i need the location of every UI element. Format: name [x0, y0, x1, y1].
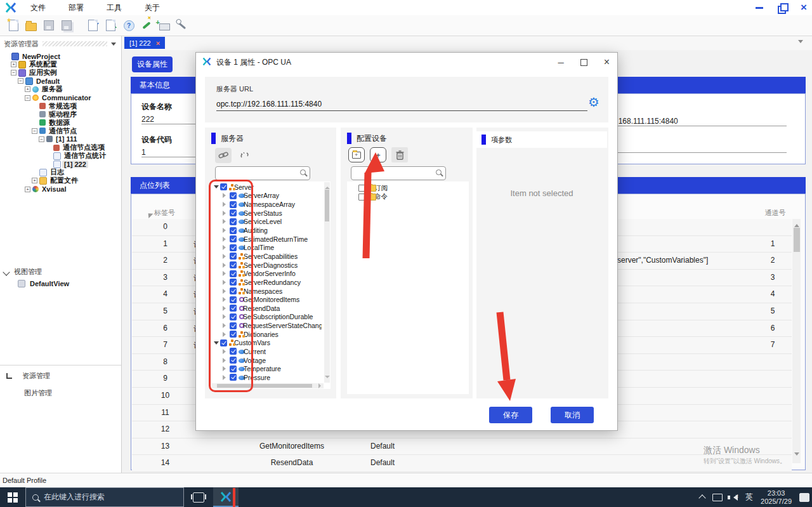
sidebar-tree-item[interactable]: 驱动程序 — [1, 110, 120, 119]
blue-chip — [211, 133, 216, 144]
sidebar-tree-item[interactable]: 日志 — [1, 168, 120, 176]
sidebar-tree-item[interactable]: 通信节点选项 — [1, 143, 120, 152]
expand-icon[interactable]: + — [32, 178, 37, 183]
sidebar-tree-item[interactable]: +Xvisual — [1, 185, 120, 194]
tree-item-label: [1] 111 — [54, 135, 79, 143]
sidebar-tree-item[interactable]: −Default — [1, 77, 120, 85]
dialog-maximize-button[interactable] — [580, 59, 587, 66]
sidebar-item-image-management[interactable]: 图片管理 — [24, 386, 52, 398]
server-url-input[interactable]: opc.tcp://192.168.111.115:4840 — [216, 100, 587, 111]
dialog-titlebar[interactable]: 设备 1 属性 - OPC UA ─ × — [196, 53, 617, 72]
resource-explorer-header[interactable]: 资源管理器 — [0, 37, 121, 50]
window-minimize-button[interactable] — [755, 3, 764, 12]
expand-icon[interactable]: + — [11, 62, 16, 67]
collapse-icon[interactable]: − — [39, 136, 44, 142]
menu-file[interactable]: 文件 — [19, 3, 57, 13]
sidebar-tree-item[interactable]: −通信节点 — [1, 127, 120, 135]
add-item-button[interactable]: + — [370, 147, 386, 162]
help-icon[interactable]: ? — [122, 18, 136, 32]
save-all-icon[interactable] — [60, 18, 74, 32]
sidebar-tree-item[interactable]: −应用实例 — [1, 69, 120, 77]
tab-device-222[interactable]: [1] 222 × — [124, 37, 165, 49]
network-icon[interactable] — [712, 494, 723, 501]
sidebar-tree-item[interactable]: −Communicator — [1, 93, 120, 102]
cancel-button[interactable]: 取消 — [551, 407, 594, 423]
device-properties-button[interactable]: 设备属性 — [132, 56, 173, 72]
collapse-icon[interactable]: − — [25, 95, 30, 101]
sidebar-item-defaultview[interactable]: DefaultView — [18, 280, 69, 287]
configured-item-label: 命令 — [377, 193, 388, 202]
sidebar-tree-item[interactable]: 常规选项 — [1, 102, 120, 110]
speaker-muted-icon[interactable] — [730, 494, 738, 501]
sidebar-tree-item[interactable]: NewProject — [1, 52, 120, 60]
tree-item-label: 通信节点 — [47, 126, 79, 136]
opc-node-label: ServerRedundancy — [247, 279, 301, 286]
cell-tag: 12 — [132, 425, 199, 433]
menu-deploy[interactable]: 部署 — [57, 3, 95, 13]
collapse-icon[interactable]: − — [11, 70, 16, 76]
view-management-label: 视图管理 — [14, 267, 42, 277]
new-file-icon[interactable] — [6, 18, 20, 32]
gear-icon[interactable]: ⚙ — [588, 96, 599, 109]
save-button[interactable]: 保存 — [489, 407, 532, 423]
configured-item[interactable]: 订阅 — [358, 184, 388, 193]
ime-indicator[interactable]: 英 — [745, 492, 753, 503]
chevron-down-icon[interactable] — [111, 43, 116, 48]
tray-expand-icon[interactable] — [698, 494, 705, 501]
window-restore-button[interactable] — [778, 3, 787, 12]
sidebar-tree-item[interactable]: 通信节点统计 — [1, 152, 120, 160]
expand-icon[interactable]: + — [25, 187, 30, 192]
sidebar-tree-item[interactable]: −[1] 111 — [1, 135, 120, 143]
dialog-close-button[interactable]: × — [604, 56, 610, 68]
sidebar-tree-item[interactable]: 数据源 — [1, 119, 120, 127]
sidebar-tree-item[interactable]: +系统配置 — [1, 60, 120, 69]
item-checkbox[interactable] — [358, 185, 365, 192]
window-close-button[interactable]: × — [801, 3, 807, 12]
tab-overflow-icon[interactable] — [798, 40, 803, 46]
dialog-minimize-button[interactable]: ─ — [558, 58, 563, 67]
device-search-input[interactable] — [351, 166, 446, 180]
tree-item-label: 应用实例 — [27, 68, 59, 77]
table-scrollbar[interactable] — [792, 219, 801, 463]
item-checkbox[interactable] — [358, 194, 365, 201]
cell-name: GetMonitoredItems — [228, 442, 355, 451]
column-header-channel[interactable]: 通道号 — [743, 208, 807, 218]
configured-item[interactable]: 命令 — [358, 193, 388, 202]
sidebar-tree-item[interactable]: [1] 222 — [1, 160, 120, 168]
search-wand-icon[interactable] — [175, 18, 189, 32]
export-icon[interactable] — [104, 18, 118, 32]
collapse-icon[interactable]: − — [32, 128, 37, 134]
taskbar-clock[interactable]: 23:03 2025/7/29 — [761, 489, 792, 506]
opc-tree-vscroll[interactable] — [324, 182, 330, 383]
opc-node-label: VendorServerInfo — [247, 270, 296, 277]
expand-icon[interactable]: + — [25, 86, 30, 92]
start-button[interactable] — [8, 492, 18, 503]
save-icon[interactable] — [42, 18, 56, 32]
link-icon[interactable] — [215, 148, 232, 163]
sidebar-tree-item[interactable]: +服务器 — [1, 85, 120, 93]
collapse-icon[interactable]: − — [18, 78, 23, 84]
menu-tools[interactable]: 工具 — [95, 3, 133, 13]
tab-close-icon[interactable]: × — [156, 39, 160, 47]
menu-about[interactable]: 关于 — [133, 3, 171, 13]
notification-icon[interactable] — [799, 493, 809, 502]
table-row[interactable]: 14ResendDataDefault — [132, 455, 792, 472]
taskbar-search-box[interactable]: 在此键入进行搜索 — [25, 487, 184, 507]
server-url-value-tail[interactable]: 92.168.111.115:4840 — [608, 117, 787, 126]
task-view-icon[interactable] — [193, 492, 204, 503]
add-target-icon[interactable] — [157, 18, 171, 32]
delete-icon[interactable] — [391, 147, 408, 162]
add-folder-button[interactable]: + — [348, 147, 365, 162]
sidebar-tree-item[interactable]: +配置文件 — [1, 176, 120, 185]
deploy-icon[interactable] — [140, 18, 154, 32]
sidebar-item-resource-management[interactable]: 资源管理 — [6, 371, 50, 381]
import-icon[interactable] — [86, 18, 100, 32]
table-row[interactable]: 13GetMonitoredItemsDefault — [132, 438, 792, 456]
column-header-tag[interactable]: 标签号 — [131, 208, 198, 218]
unlink-icon[interactable] — [237, 148, 253, 163]
tree-item-label: 通信节点统计 — [62, 151, 108, 161]
cell-tag: 7 — [132, 340, 199, 349]
view-management-section[interactable]: 视图管理 — [4, 267, 42, 277]
server-search-input[interactable] — [215, 166, 310, 180]
open-folder-icon[interactable] — [24, 18, 38, 32]
